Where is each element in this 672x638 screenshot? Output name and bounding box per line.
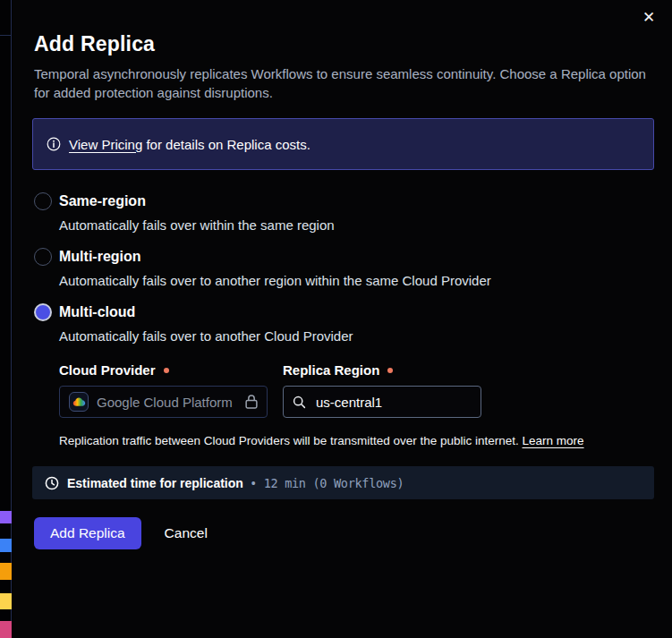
yellow-stripe (0, 593, 12, 609)
required-dot (387, 368, 393, 373)
lock-icon (245, 395, 258, 409)
estimate-label: Estimated time for replication (67, 476, 243, 490)
pink-stripe (0, 621, 12, 638)
radio-multi-cloud[interactable] (34, 303, 52, 321)
blue-stripe (0, 539, 12, 552)
option-label: Multi-region (59, 248, 654, 266)
replica-region-input[interactable] (314, 394, 472, 411)
view-pricing-link[interactable]: View Pricing (69, 137, 142, 152)
search-icon (293, 396, 306, 409)
option-label: Multi-cloud (59, 303, 654, 321)
page-title: Add Replica (34, 32, 654, 56)
replica-region-field: Replica Region (283, 362, 481, 418)
background-nav-rail (0, 0, 12, 638)
replica-region-input-box[interactable] (283, 386, 481, 418)
add-replica-modal: ✕ Add Replica Temporal asynchronously re… (13, 0, 672, 638)
orange-stripe (0, 563, 12, 580)
cloud-provider-input[interactable]: Google Cloud Platform (59, 386, 268, 418)
public-internet-note: Replication traffic between Cloud Provid… (59, 434, 654, 447)
close-icon[interactable]: ✕ (638, 7, 659, 29)
multi-cloud-fields: Cloud Provider (59, 362, 654, 418)
replica-options-group: Same-region Automatically fails over wit… (34, 192, 654, 447)
cloud-provider-value: Google Cloud Platform (97, 395, 233, 410)
cancel-button[interactable]: Cancel (165, 525, 208, 541)
required-dot (164, 368, 169, 373)
cloud-provider-label: Cloud Provider (59, 362, 268, 378)
add-replica-button[interactable]: Add Replica (34, 517, 141, 549)
purple-stripe (0, 511, 12, 523)
learn-more-link[interactable]: Learn more (523, 434, 584, 447)
modal-actions: Add Replica Cancel (34, 517, 654, 549)
radio-multi-region[interactable] (34, 248, 52, 266)
radio-same-region[interactable] (34, 192, 52, 210)
option-same-region[interactable]: Same-region Automatically fails over wit… (34, 192, 654, 234)
clock-icon (45, 476, 59, 490)
option-description: Automatically fails over within the same… (59, 217, 654, 234)
gcp-logo-icon (69, 392, 89, 412)
estimated-time-banner: Estimated time for replication • 12 min … (32, 466, 654, 499)
estimate-value: 12 min (0 Workflows) (264, 476, 404, 490)
option-label: Same-region (59, 192, 654, 210)
option-description: Automatically fails over to another Clou… (59, 328, 654, 345)
modal-description: Temporal asynchronously replicates Workf… (34, 64, 654, 102)
cloud-provider-field: Cloud Provider (59, 362, 268, 418)
option-description: Automatically fails over to another regi… (59, 272, 654, 289)
replica-region-label: Replica Region (283, 362, 481, 378)
estimate-separator: • (251, 476, 256, 490)
rail-divider (0, 35, 12, 36)
option-multi-cloud[interactable]: Multi-cloud Automatically fails over to … (34, 303, 654, 447)
pricing-banner-text: View Pricing for details on Replica cost… (69, 137, 310, 152)
pricing-info-banner: View Pricing for details on Replica cost… (32, 118, 654, 170)
info-icon (47, 137, 61, 151)
option-multi-region[interactable]: Multi-region Automatically fails over to… (34, 248, 654, 289)
